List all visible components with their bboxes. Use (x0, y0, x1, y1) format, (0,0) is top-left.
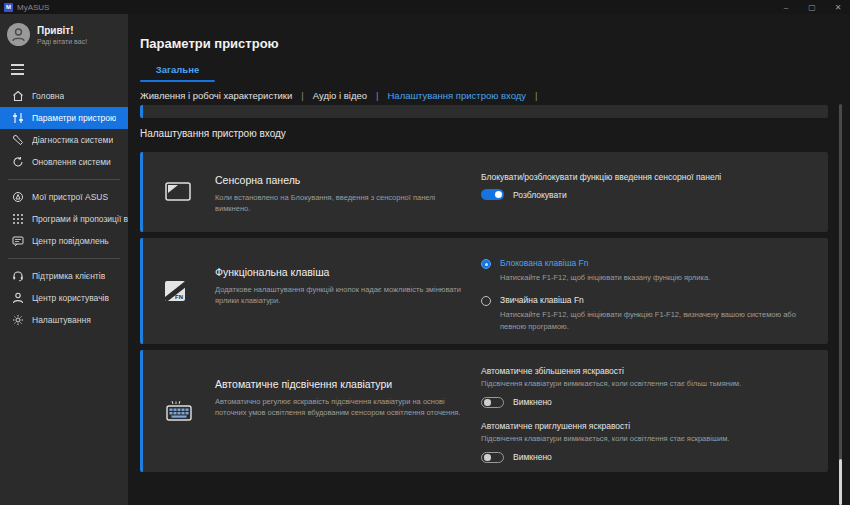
subnav-link-input-device[interactable]: Налаштування пристрою входу (388, 90, 527, 101)
sidebar-item-device-settings[interactable]: Параметри пристрою (0, 107, 128, 129)
sidebar-divider (8, 179, 120, 180)
scrollbar-thumb[interactable] (839, 459, 842, 505)
card-description: Автоматично регулює яскравість підсвічен… (215, 396, 470, 419)
close-button[interactable]: ✕ (832, 3, 844, 12)
radio-description: Натискайте F1-F12, щоб ініціювати функці… (500, 309, 800, 332)
subnav-link-power[interactable]: Живлення і робочі характеристики (140, 90, 292, 101)
scrollbar-track[interactable] (839, 104, 842, 505)
minimize-button[interactable]: – (780, 3, 792, 12)
sidebar-item-diagnostics[interactable]: Діагностика системи (0, 129, 128, 151)
card-touchpad: Сенсорна панель Коли встановлено на Блок… (140, 152, 828, 232)
sidebar-item-label: Параметри пристрою (32, 113, 116, 123)
person-icon (11, 27, 26, 42)
backlight-increase-toggle[interactable] (481, 397, 504, 408)
card-title: Автоматичне підсвічення клавіатури (215, 378, 470, 390)
card-description: Додаткове налаштування функцій кнопок на… (215, 284, 470, 307)
keyboard-backlight-icon (165, 400, 193, 426)
sidebar-divider (8, 258, 120, 259)
settings-gear-icon (11, 313, 24, 326)
maximize-button[interactable]: ▢ (806, 3, 818, 12)
backlight-increase-description: Підсвічення клавіатури вимикається, коли… (481, 379, 816, 390)
touchpad-toggle-state-label: Розблокувати (513, 190, 567, 200)
my-devices-icon (11, 190, 24, 203)
diagnostics-icon (11, 133, 24, 146)
greeting-title: Привіт! (37, 25, 87, 36)
sidebar-item-settings[interactable]: Налаштування (0, 309, 128, 331)
subnav: Живлення і робочі характеристики | Аудіо… (140, 90, 547, 101)
backlight-dim-description: Підсвічення клавіатури вимикається, коли… (481, 434, 816, 445)
card-keyboard-backlight: Автоматичне підсвічення клавіатури Автом… (140, 350, 828, 472)
apps-grid-icon (11, 212, 24, 225)
backlight-increase-label: Автоматичне збільшення яскравості (481, 366, 816, 376)
sidebar-item-label: Налаштування (32, 315, 91, 325)
backlight-increase-group: Автоматичне збільшення яскравості Підсві… (481, 366, 816, 408)
backlight-dim-state-label: Вимкнено (513, 452, 552, 462)
device-settings-icon (11, 111, 24, 124)
subnav-separator: | (301, 90, 303, 101)
backlight-dim-toggle[interactable] (481, 452, 504, 463)
system-update-icon (11, 155, 24, 168)
sidebar-nav-middle: Мої пристрої ASUS Програми й пропозиції … (0, 186, 128, 252)
sidebar-item-label: Центр повідомлень (32, 236, 109, 246)
radio-selected-icon (481, 259, 491, 269)
main-content: Параметри пристрою Загальне Живлення і р… (128, 14, 850, 505)
tab-general-label: Загальне (140, 64, 215, 75)
asus-logo-icon: M (4, 3, 13, 12)
backlight-dim-label: Автоматичне приглушення яскравості (481, 421, 816, 431)
sidebar-item-label: Центр користувачів (32, 293, 109, 303)
sidebar-item-label: Мої пристрої ASUS (32, 192, 108, 202)
radio-description: Натискайте F1-F12, щоб ініціювати вказан… (500, 272, 800, 283)
user-center-icon (11, 291, 24, 304)
radio-fn-normal[interactable]: Звичайна клавіша Fn Натискайте F1-F12, щ… (481, 295, 816, 332)
sidebar-item-label: Програми й пропозиції від... (32, 214, 128, 224)
touchpad-toggle[interactable] (481, 189, 504, 200)
sidebar-nav-top: Головна Параметри пристрою Діагностика с… (0, 85, 128, 173)
sidebar-nav-bottom: Підтримка клієнтів Центр користувачів На… (0, 265, 128, 331)
touchpad-icon (165, 182, 191, 205)
message-center-icon (11, 234, 24, 247)
sidebar-item-user-center[interactable]: Центр користувачів (0, 287, 128, 309)
radio-fn-lock[interactable]: Блокована клавіша Fn Натискайте F1-F12, … (481, 258, 816, 283)
sidebar-item-my-devices[interactable]: Мої пристрої ASUS (0, 186, 128, 208)
home-icon (11, 89, 24, 102)
sidebar: Привіт! Раді вітати вас! Головна (0, 14, 128, 505)
sidebar-item-customer-support[interactable]: Підтримка клієнтів (0, 265, 128, 287)
section-title: Налаштування пристрою входу (140, 128, 286, 139)
user-greeting[interactable]: Привіт! Раді вітати вас! (0, 14, 128, 56)
radio-label: Звичайна клавіша Fn (500, 295, 800, 305)
radio-label: Блокована клавіша Fn (500, 258, 800, 268)
sidebar-item-system-update[interactable]: Оновлення системи (0, 151, 128, 173)
myasus-window: M MyASUS – ▢ ✕ Привіт! Раді вітати вас! (0, 0, 850, 505)
sidebar-item-label: Підтримка клієнтів (32, 271, 105, 281)
page-title: Параметри пристрою (140, 36, 279, 51)
card-fn-key: FN Функціональна клавіша Додаткове налаш… (140, 238, 828, 344)
support-headset-icon (11, 269, 24, 282)
touchpad-control-label: Блокувати/розблокувати функцію введення … (481, 172, 816, 182)
subnav-separator: | (376, 90, 378, 101)
window-controls: – ▢ ✕ (780, 0, 846, 14)
sidebar-item-message-center[interactable]: Центр повідомлень (0, 230, 128, 252)
titlebar: M MyASUS – ▢ ✕ (0, 0, 850, 14)
hamburger-menu-icon[interactable] (0, 56, 128, 81)
tab-active-underline (140, 80, 215, 82)
avatar[interactable] (7, 23, 30, 46)
subnav-separator: | (535, 90, 537, 101)
subnav-link-audio-video[interactable]: Аудіо і відео (313, 90, 367, 101)
greeting-subtitle: Раді вітати вас! (37, 38, 87, 45)
app-title: MyASUS (17, 3, 49, 12)
radio-unselected-icon (481, 296, 491, 306)
card-title: Сенсорна панель (215, 174, 470, 186)
sidebar-item-apps-offers[interactable]: Програми й пропозиції від... (0, 208, 128, 230)
fn-key-icon: FN (165, 281, 185, 301)
backlight-dim-group: Автоматичне приглушення яскравості Підсв… (481, 421, 816, 463)
sidebar-item-label: Головна (32, 91, 64, 101)
card-description: Коли встановлено на Блокування, введення… (215, 192, 470, 215)
tab-general[interactable]: Загальне (140, 64, 215, 82)
sidebar-item-home[interactable]: Головна (0, 85, 128, 107)
sidebar-item-label: Оновлення системи (32, 157, 111, 167)
card-partial-previous-section (140, 105, 828, 118)
sidebar-item-label: Діагностика системи (32, 135, 113, 145)
card-title: Функціональна клавіша (215, 266, 470, 278)
backlight-increase-state-label: Вимкнено (513, 397, 552, 407)
